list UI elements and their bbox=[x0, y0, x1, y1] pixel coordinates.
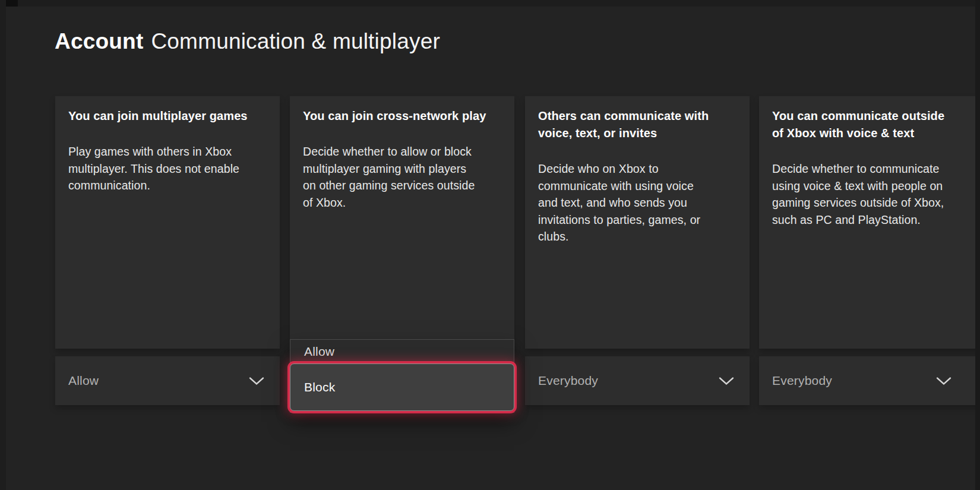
xbox-settings-screen: { "page": { "title_bold": "Account", "ti… bbox=[0, 0, 980, 490]
chevron-down-icon bbox=[719, 377, 734, 385]
frame-left-edge bbox=[0, 0, 6, 490]
dropdown-selected-value: Everybody bbox=[538, 374, 598, 388]
dropdown-option-label: Block bbox=[304, 380, 335, 394]
setting-card-title: You can join cross-network play bbox=[303, 108, 501, 125]
multiplayer-games-dropdown[interactable]: Allow bbox=[55, 356, 280, 405]
dropdown-selected-value: Allow bbox=[68, 374, 99, 388]
dropdown-option-block-focused[interactable]: Block bbox=[290, 363, 514, 411]
setting-card-description-panel: You can communicate outside of Xbox with… bbox=[759, 96, 980, 349]
page-title-section: Account bbox=[55, 29, 143, 53]
frame-right-edge bbox=[975, 0, 980, 490]
chevron-down-icon bbox=[249, 377, 264, 385]
setting-card-description-panel: Others can communicate with voice, text,… bbox=[525, 96, 750, 349]
page-title-subsection: Communication & multiplayer bbox=[151, 29, 440, 53]
dropdown-option-label: Allow bbox=[304, 344, 334, 359]
setting-card-title: You can communicate outside of Xbox with… bbox=[772, 108, 970, 142]
setting-card-description: Decide whether to communicate using voic… bbox=[772, 160, 970, 228]
dropdown-option-allow[interactable]: Allow bbox=[290, 340, 514, 363]
setting-card-description: Decide whether to allow or block multipl… bbox=[303, 143, 501, 211]
setting-card-description: Play games with others in Xbox multiplay… bbox=[68, 143, 267, 194]
frame-top-edge bbox=[0, 0, 980, 7]
setting-card-description-panel: You can join multiplayer games Play game… bbox=[55, 96, 280, 349]
setting-card-description: Decide who on Xbox to communicate with u… bbox=[538, 160, 736, 245]
setting-card-description-panel: You can join cross-network play Decide w… bbox=[290, 96, 514, 349]
cross-network-play-dropdown-open: Allow Block bbox=[290, 339, 514, 413]
communicate-outside-xbox-dropdown[interactable]: Everybody bbox=[759, 356, 980, 405]
others-communicate-dropdown[interactable]: Everybody bbox=[525, 356, 750, 405]
chevron-down-icon bbox=[936, 377, 951, 385]
page-title: AccountCommunication & multiplayer bbox=[55, 29, 440, 55]
setting-card-title: Others can communicate with voice, text,… bbox=[538, 108, 736, 142]
setting-card-title: You can join multiplayer games bbox=[68, 108, 267, 125]
dropdown-selected-value: Everybody bbox=[772, 374, 832, 388]
